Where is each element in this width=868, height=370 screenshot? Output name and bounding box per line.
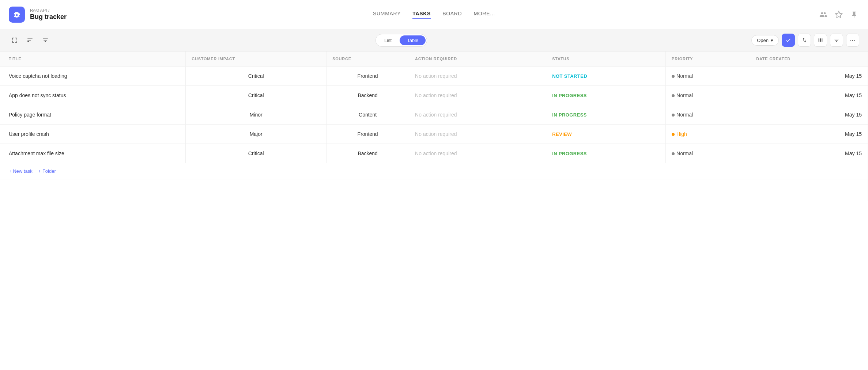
sort-order-icon[interactable] [798, 34, 811, 47]
cell-title: App does not sync status [0, 86, 186, 105]
expand-icon[interactable] [9, 34, 20, 46]
footer-row: + New task + Folder [0, 163, 868, 179]
empty-cell [0, 179, 868, 201]
table-view-button[interactable]: Table [400, 35, 426, 45]
cell-customer-impact: Critical [186, 144, 327, 163]
cell-customer-impact: Major [186, 125, 327, 144]
cell-status: NOT STARTED [546, 66, 666, 86]
open-dropdown[interactable]: Open ▾ [751, 35, 779, 46]
cell-source: Backend [327, 86, 409, 105]
cell-title: Attachment max file size [0, 144, 186, 163]
cell-priority: Normal [666, 144, 750, 163]
cell-priority: High [666, 125, 750, 144]
col-date-created: DATE CREATED [750, 52, 868, 66]
cell-source: Content [327, 105, 409, 125]
app-title: Bug tracker [30, 13, 67, 21]
table-header-row: TITLE CUSTOMER IMPACT SOURCE ACTION REQU… [0, 52, 868, 66]
col-customer-impact: CUSTOMER IMPACT [186, 52, 327, 66]
header: Rest API / Bug tracker SUMMARY TASKS BOA… [0, 0, 868, 29]
cell-action-required: No action required [409, 144, 546, 163]
col-source: SOURCE [327, 52, 409, 66]
cell-status: IN PROGRESS [546, 144, 666, 163]
cell-priority: Normal [666, 66, 750, 86]
cell-source: Frontend [327, 66, 409, 86]
tab-board[interactable]: BOARD [442, 11, 462, 19]
tab-more[interactable]: MORE... [473, 11, 495, 19]
col-priority: PRIORITY [666, 52, 750, 66]
app-icon [9, 7, 25, 23]
add-folder-button[interactable]: + Folder [38, 168, 56, 174]
tab-tasks[interactable]: TASKS [412, 11, 431, 19]
filter-icon[interactable] [39, 34, 51, 46]
cell-action-required: No action required [409, 105, 546, 125]
cell-customer-impact: Critical [186, 86, 327, 105]
list-view-button[interactable]: List [377, 35, 399, 45]
cell-customer-impact: Critical [186, 66, 327, 86]
table-row[interactable]: Voice captcha not loading Critical Front… [0, 66, 868, 86]
col-title: TITLE [0, 52, 186, 66]
svg-marker-0 [835, 11, 842, 17]
cell-title: User profile crash [0, 125, 186, 144]
checkbox-icon[interactable] [782, 34, 795, 47]
tab-summary[interactable]: SUMMARY [373, 11, 401, 19]
table-row[interactable]: Policy page format Minor Content No acti… [0, 105, 868, 125]
more-options-icon[interactable]: ··· [846, 34, 859, 47]
col-action-required: ACTION REQUIRED [409, 52, 546, 66]
cell-date-created: May 15 [750, 125, 868, 144]
cell-title: Voice captcha not loading [0, 66, 186, 86]
add-actions-cell: + New task + Folder [0, 163, 868, 179]
cell-date-created: May 15 [750, 86, 868, 105]
table-row[interactable]: Attachment max file size Critical Backen… [0, 144, 868, 163]
new-task-button[interactable]: + New task [9, 168, 33, 174]
header-actions [818, 9, 859, 20]
breadcrumb: Rest API / [30, 8, 67, 13]
cell-action-required: No action required [409, 125, 546, 144]
cell-customer-impact: Minor [186, 105, 327, 125]
members-icon[interactable] [818, 9, 829, 20]
cell-status: IN PROGRESS [546, 105, 666, 125]
toolbar-right: Open ▾ ··· [751, 34, 859, 47]
pin-icon[interactable] [849, 9, 859, 20]
sort-icon[interactable] [24, 34, 36, 46]
toolbar-center: List Table [56, 34, 747, 47]
cell-priority: Normal [666, 86, 750, 105]
nav-tabs: SUMMARY TASKS BOARD MORE... [373, 11, 495, 19]
cell-date-created: May 15 [750, 105, 868, 125]
table-wrap: TITLE CUSTOMER IMPACT SOURCE ACTION REQU… [0, 52, 868, 201]
cell-title: Policy page format [0, 105, 186, 125]
cell-source: Backend [327, 144, 409, 163]
cell-action-required: No action required [409, 66, 546, 86]
cell-source: Frontend [327, 125, 409, 144]
cell-date-created: May 15 [750, 66, 868, 86]
view-toggle: List Table [375, 34, 427, 47]
cell-priority: Normal [666, 105, 750, 125]
app-title-wrap: Rest API / Bug tracker [30, 8, 67, 21]
columns-icon[interactable] [814, 34, 827, 47]
chevron-down-icon: ▾ [771, 38, 773, 43]
cell-date-created: May 15 [750, 144, 868, 163]
cell-status: IN PROGRESS [546, 86, 666, 105]
table-row[interactable]: User profile crash Major Frontend No act… [0, 125, 868, 144]
table-row[interactable]: App does not sync status Critical Backen… [0, 86, 868, 105]
filter-active-icon[interactable] [830, 34, 843, 47]
cell-action-required: No action required [409, 86, 546, 105]
empty-row [0, 179, 868, 201]
star-icon[interactable] [834, 9, 844, 20]
cell-status: REVIEW [546, 125, 666, 144]
toolbar: List Table Open ▾ ··· [0, 29, 868, 52]
col-status: STATUS [546, 52, 666, 66]
toolbar-left [9, 34, 51, 46]
bug-icon [12, 10, 21, 19]
open-label: Open [757, 38, 769, 43]
tasks-table: TITLE CUSTOMER IMPACT SOURCE ACTION REQU… [0, 52, 868, 201]
